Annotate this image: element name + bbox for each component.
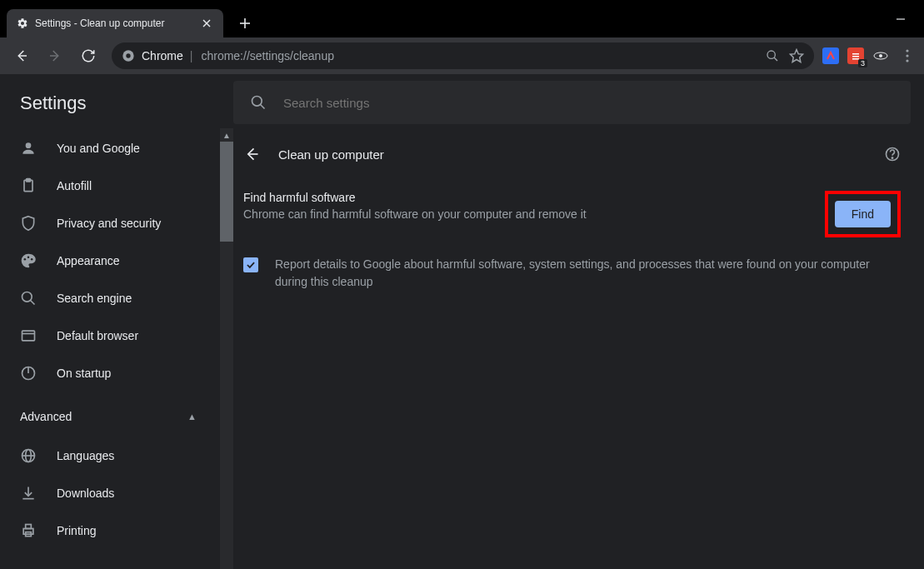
svg-line-10	[774, 57, 777, 61]
star-icon[interactable]	[789, 48, 804, 63]
chevron-up-icon: ▲	[187, 412, 197, 422]
search-icon	[20, 290, 37, 307]
close-icon[interactable]	[200, 17, 213, 30]
back-icon[interactable]	[243, 146, 260, 162]
browser-titlebar: Settings - Clean up computer	[0, 0, 924, 37]
svg-point-18	[906, 54, 908, 57]
sidebar-item-privacy-security[interactable]: Privacy and security	[0, 204, 233, 242]
svg-rect-28	[22, 331, 35, 341]
new-tab-button[interactable]	[233, 12, 257, 35]
sidebar-item-label: Downloads	[57, 487, 114, 500]
scroll-up-icon[interactable]: ▲	[220, 128, 233, 142]
sidebar-item-label: Default browser	[57, 329, 138, 342]
sidebar-item-downloads[interactable]: Downloads	[0, 474, 233, 512]
settings-search[interactable]	[233, 81, 911, 124]
browser-tab[interactable]: Settings - Clean up computer	[7, 9, 223, 37]
sidebar-item-search-engine[interactable]: Search engine	[0, 279, 233, 317]
find-button[interactable]: Find	[835, 201, 891, 227]
sidebar-item-languages[interactable]: Languages	[0, 437, 233, 474]
download-icon	[20, 485, 37, 502]
search-icon[interactable]	[766, 49, 779, 62]
svg-point-9	[767, 51, 775, 58]
sidebar-item-autofill[interactable]: Autofill	[0, 167, 233, 204]
svg-point-17	[906, 49, 908, 52]
scrollbar[interactable]: ▲	[220, 128, 233, 569]
clipboard-icon	[20, 177, 37, 194]
check-icon	[245, 259, 257, 271]
settings-sidebar: Settings You and Google Autofill Privacy…	[0, 74, 233, 569]
minimize-icon[interactable]	[896, 14, 906, 24]
advanced-label: Advanced	[20, 410, 72, 423]
sidebar-item-label: Autofill	[57, 179, 92, 192]
sidebar-item-appearance[interactable]: Appearance	[0, 242, 233, 279]
svg-rect-38	[26, 524, 32, 528]
svg-point-8	[126, 53, 130, 57]
sidebar-item-label: You and Google	[57, 142, 140, 155]
settings-title: Settings	[0, 74, 233, 129]
palette-icon	[20, 252, 37, 269]
chrome-icon	[122, 49, 135, 62]
svg-marker-11	[791, 50, 803, 62]
svg-line-41	[261, 105, 265, 109]
scrollbar-thumb[interactable]	[220, 142, 233, 242]
find-harmful-description: Chrome can find harmful software on your…	[243, 207, 808, 221]
svg-rect-13	[852, 56, 859, 57]
reload-button[interactable]	[73, 41, 103, 71]
svg-point-40	[252, 97, 262, 107]
person-icon	[20, 140, 37, 157]
menu-icon[interactable]	[897, 41, 917, 71]
scheme-label: Chrome	[142, 49, 183, 62]
sidebar-item-on-startup[interactable]: On startup	[0, 354, 233, 392]
sidebar-item-label: Appearance	[57, 254, 120, 267]
svg-line-27	[31, 300, 35, 304]
svg-point-20	[26, 142, 32, 148]
globe-icon	[20, 447, 37, 464]
highlight-box: Find	[825, 191, 901, 237]
browser-toolbar: Chrome | chrome://settings/cleanup 3	[0, 37, 924, 74]
shield-icon	[20, 215, 37, 232]
forward-button[interactable]	[40, 41, 70, 71]
search-input[interactable]	[283, 96, 894, 110]
sidebar-advanced-toggle[interactable]: Advanced ▲	[0, 397, 233, 437]
main-content: Clean up computer Find harmful software …	[233, 74, 924, 569]
report-description: Report details to Google about harmful s…	[275, 256, 901, 291]
sidebar-item-default-browser[interactable]: Default browser	[0, 317, 233, 354]
extension-icon[interactable]	[872, 47, 889, 64]
sidebar-item-label: Printing	[57, 524, 96, 537]
page-title: Clean up computer	[278, 147, 866, 162]
power-icon	[20, 365, 37, 382]
window-controls	[896, 14, 917, 24]
back-button[interactable]	[7, 41, 37, 71]
svg-point-23	[24, 258, 27, 261]
svg-point-44	[892, 157, 892, 158]
gear-icon	[17, 17, 28, 29]
search-icon	[250, 94, 267, 111]
svg-rect-22	[27, 178, 31, 181]
site-info[interactable]: Chrome |	[122, 49, 192, 62]
separator: |	[190, 49, 193, 62]
svg-point-25	[31, 258, 33, 261]
tab-title: Settings - Clean up computer	[35, 17, 193, 29]
browser-icon	[20, 327, 37, 344]
extension-icon[interactable]: 3	[847, 47, 864, 64]
report-checkbox[interactable]	[243, 257, 258, 272]
find-harmful-title: Find harmful software	[243, 191, 808, 204]
help-icon[interactable]	[884, 146, 901, 162]
address-bar[interactable]: Chrome | chrome://settings/cleanup	[112, 42, 814, 69]
svg-point-19	[906, 59, 908, 62]
printer-icon	[20, 522, 37, 539]
sidebar-item-label: On startup	[57, 367, 111, 380]
sidebar-item-label: Search engine	[57, 292, 132, 305]
url-text: chrome://settings/cleanup	[201, 49, 334, 62]
extension-icon[interactable]	[822, 47, 839, 64]
svg-point-24	[27, 256, 30, 258]
sidebar-item-you-and-google[interactable]: You and Google	[0, 129, 233, 167]
svg-point-16	[879, 54, 882, 57]
sidebar-item-label: Languages	[57, 449, 114, 462]
svg-point-26	[22, 292, 32, 302]
badge: 3	[858, 59, 867, 67]
sidebar-item-label: Privacy and security	[57, 217, 161, 230]
sidebar-item-printing[interactable]: Printing	[0, 512, 233, 549]
svg-rect-12	[852, 53, 859, 55]
extension-icons: 3	[822, 41, 917, 71]
